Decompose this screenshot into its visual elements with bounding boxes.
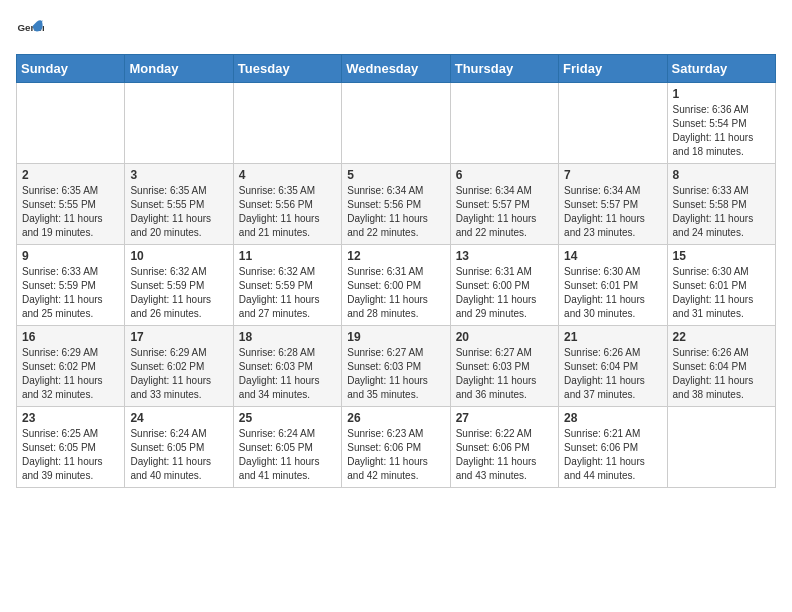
day-number: 9 (22, 249, 119, 263)
day-number: 12 (347, 249, 444, 263)
calendar-cell: 1Sunrise: 6:36 AM Sunset: 5:54 PM Daylig… (667, 83, 775, 164)
day-number: 26 (347, 411, 444, 425)
day-number: 14 (564, 249, 661, 263)
day-info: Sunrise: 6:26 AM Sunset: 6:04 PM Dayligh… (673, 346, 770, 402)
day-info: Sunrise: 6:36 AM Sunset: 5:54 PM Dayligh… (673, 103, 770, 159)
calendar-cell: 20Sunrise: 6:27 AM Sunset: 6:03 PM Dayli… (450, 326, 558, 407)
calendar-week-4: 16Sunrise: 6:29 AM Sunset: 6:02 PM Dayli… (17, 326, 776, 407)
calendar-cell (125, 83, 233, 164)
day-number: 6 (456, 168, 553, 182)
calendar-cell: 14Sunrise: 6:30 AM Sunset: 6:01 PM Dayli… (559, 245, 667, 326)
calendar-cell: 3Sunrise: 6:35 AM Sunset: 5:55 PM Daylig… (125, 164, 233, 245)
day-info: Sunrise: 6:24 AM Sunset: 6:05 PM Dayligh… (130, 427, 227, 483)
calendar-cell: 25Sunrise: 6:24 AM Sunset: 6:05 PM Dayli… (233, 407, 341, 488)
day-number: 27 (456, 411, 553, 425)
day-number: 20 (456, 330, 553, 344)
calendar-cell: 23Sunrise: 6:25 AM Sunset: 6:05 PM Dayli… (17, 407, 125, 488)
day-info: Sunrise: 6:23 AM Sunset: 6:06 PM Dayligh… (347, 427, 444, 483)
day-number: 1 (673, 87, 770, 101)
calendar-cell: 6Sunrise: 6:34 AM Sunset: 5:57 PM Daylig… (450, 164, 558, 245)
calendar-cell: 8Sunrise: 6:33 AM Sunset: 5:58 PM Daylig… (667, 164, 775, 245)
day-info: Sunrise: 6:25 AM Sunset: 6:05 PM Dayligh… (22, 427, 119, 483)
calendar-cell: 11Sunrise: 6:32 AM Sunset: 5:59 PM Dayli… (233, 245, 341, 326)
weekday-header-monday: Monday (125, 55, 233, 83)
logo: General (16, 16, 48, 44)
weekday-header-saturday: Saturday (667, 55, 775, 83)
weekday-header-row: SundayMondayTuesdayWednesdayThursdayFrid… (17, 55, 776, 83)
weekday-header-friday: Friday (559, 55, 667, 83)
day-info: Sunrise: 6:26 AM Sunset: 6:04 PM Dayligh… (564, 346, 661, 402)
day-info: Sunrise: 6:24 AM Sunset: 6:05 PM Dayligh… (239, 427, 336, 483)
calendar-cell: 19Sunrise: 6:27 AM Sunset: 6:03 PM Dayli… (342, 326, 450, 407)
logo-icon: General (16, 16, 44, 44)
calendar-cell: 21Sunrise: 6:26 AM Sunset: 6:04 PM Dayli… (559, 326, 667, 407)
calendar-cell: 5Sunrise: 6:34 AM Sunset: 5:56 PM Daylig… (342, 164, 450, 245)
calendar-cell: 16Sunrise: 6:29 AM Sunset: 6:02 PM Dayli… (17, 326, 125, 407)
day-info: Sunrise: 6:29 AM Sunset: 6:02 PM Dayligh… (22, 346, 119, 402)
day-info: Sunrise: 6:32 AM Sunset: 5:59 PM Dayligh… (239, 265, 336, 321)
calendar-cell: 2Sunrise: 6:35 AM Sunset: 5:55 PM Daylig… (17, 164, 125, 245)
calendar-cell: 13Sunrise: 6:31 AM Sunset: 6:00 PM Dayli… (450, 245, 558, 326)
day-number: 18 (239, 330, 336, 344)
calendar-cell: 26Sunrise: 6:23 AM Sunset: 6:06 PM Dayli… (342, 407, 450, 488)
day-info: Sunrise: 6:30 AM Sunset: 6:01 PM Dayligh… (564, 265, 661, 321)
day-number: 19 (347, 330, 444, 344)
calendar-body: 1Sunrise: 6:36 AM Sunset: 5:54 PM Daylig… (17, 83, 776, 488)
day-info: Sunrise: 6:27 AM Sunset: 6:03 PM Dayligh… (456, 346, 553, 402)
day-number: 22 (673, 330, 770, 344)
calendar-cell: 4Sunrise: 6:35 AM Sunset: 5:56 PM Daylig… (233, 164, 341, 245)
calendar-cell: 17Sunrise: 6:29 AM Sunset: 6:02 PM Dayli… (125, 326, 233, 407)
day-info: Sunrise: 6:35 AM Sunset: 5:55 PM Dayligh… (22, 184, 119, 240)
calendar-week-2: 2Sunrise: 6:35 AM Sunset: 5:55 PM Daylig… (17, 164, 776, 245)
day-info: Sunrise: 6:30 AM Sunset: 6:01 PM Dayligh… (673, 265, 770, 321)
day-number: 25 (239, 411, 336, 425)
calendar-cell: 18Sunrise: 6:28 AM Sunset: 6:03 PM Dayli… (233, 326, 341, 407)
calendar-week-5: 23Sunrise: 6:25 AM Sunset: 6:05 PM Dayli… (17, 407, 776, 488)
weekday-header-wednesday: Wednesday (342, 55, 450, 83)
day-number: 3 (130, 168, 227, 182)
calendar-cell: 24Sunrise: 6:24 AM Sunset: 6:05 PM Dayli… (125, 407, 233, 488)
day-info: Sunrise: 6:32 AM Sunset: 5:59 PM Dayligh… (130, 265, 227, 321)
calendar-cell (667, 407, 775, 488)
calendar-cell (559, 83, 667, 164)
calendar-cell: 12Sunrise: 6:31 AM Sunset: 6:00 PM Dayli… (342, 245, 450, 326)
weekday-header-thursday: Thursday (450, 55, 558, 83)
weekday-header-sunday: Sunday (17, 55, 125, 83)
day-number: 23 (22, 411, 119, 425)
calendar-cell (17, 83, 125, 164)
day-number: 11 (239, 249, 336, 263)
calendar-week-3: 9Sunrise: 6:33 AM Sunset: 5:59 PM Daylig… (17, 245, 776, 326)
day-number: 16 (22, 330, 119, 344)
day-number: 28 (564, 411, 661, 425)
day-number: 17 (130, 330, 227, 344)
day-number: 24 (130, 411, 227, 425)
day-number: 21 (564, 330, 661, 344)
day-number: 13 (456, 249, 553, 263)
day-number: 15 (673, 249, 770, 263)
calendar-cell (342, 83, 450, 164)
page-header: General (16, 16, 776, 44)
calendar-cell: 10Sunrise: 6:32 AM Sunset: 5:59 PM Dayli… (125, 245, 233, 326)
calendar-cell: 28Sunrise: 6:21 AM Sunset: 6:06 PM Dayli… (559, 407, 667, 488)
day-number: 8 (673, 168, 770, 182)
day-info: Sunrise: 6:29 AM Sunset: 6:02 PM Dayligh… (130, 346, 227, 402)
day-info: Sunrise: 6:21 AM Sunset: 6:06 PM Dayligh… (564, 427, 661, 483)
day-info: Sunrise: 6:35 AM Sunset: 5:56 PM Dayligh… (239, 184, 336, 240)
calendar-cell: 9Sunrise: 6:33 AM Sunset: 5:59 PM Daylig… (17, 245, 125, 326)
day-info: Sunrise: 6:22 AM Sunset: 6:06 PM Dayligh… (456, 427, 553, 483)
calendar-cell (450, 83, 558, 164)
calendar-cell: 7Sunrise: 6:34 AM Sunset: 5:57 PM Daylig… (559, 164, 667, 245)
day-info: Sunrise: 6:28 AM Sunset: 6:03 PM Dayligh… (239, 346, 336, 402)
day-number: 10 (130, 249, 227, 263)
day-info: Sunrise: 6:34 AM Sunset: 5:56 PM Dayligh… (347, 184, 444, 240)
calendar-week-1: 1Sunrise: 6:36 AM Sunset: 5:54 PM Daylig… (17, 83, 776, 164)
day-info: Sunrise: 6:33 AM Sunset: 5:59 PM Dayligh… (22, 265, 119, 321)
day-number: 4 (239, 168, 336, 182)
day-info: Sunrise: 6:35 AM Sunset: 5:55 PM Dayligh… (130, 184, 227, 240)
calendar-cell: 27Sunrise: 6:22 AM Sunset: 6:06 PM Dayli… (450, 407, 558, 488)
day-info: Sunrise: 6:33 AM Sunset: 5:58 PM Dayligh… (673, 184, 770, 240)
calendar-cell: 22Sunrise: 6:26 AM Sunset: 6:04 PM Dayli… (667, 326, 775, 407)
calendar-cell (233, 83, 341, 164)
day-info: Sunrise: 6:34 AM Sunset: 5:57 PM Dayligh… (564, 184, 661, 240)
day-number: 7 (564, 168, 661, 182)
